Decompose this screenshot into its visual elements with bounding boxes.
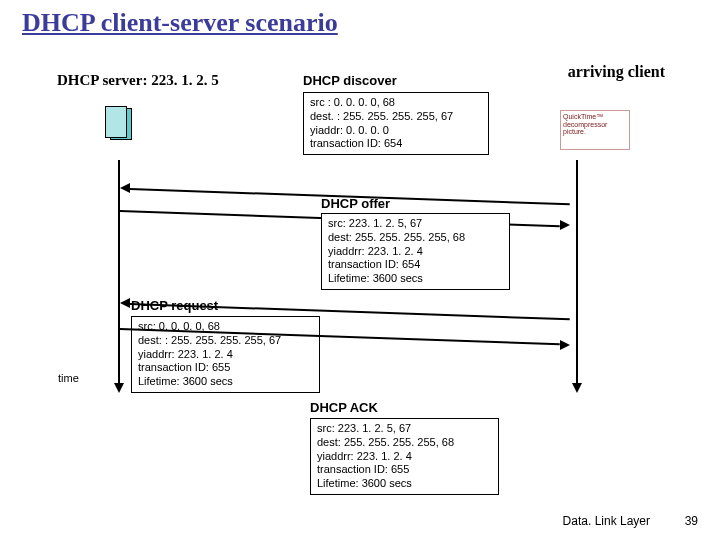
arrow-offer-head [560,220,570,230]
request-box: src: 0. 0. 0. 0, 68 dest: : 255. 255. 25… [131,316,320,393]
discover-box: src : 0. 0. 0. 0, 68 dest. : 255. 255. 2… [303,92,489,155]
timeline-client [576,160,578,385]
arrow-request-head [120,298,130,308]
arriving-client-label: arriving client [568,63,665,81]
discover-title: DHCP discover [303,73,397,88]
ack-title: DHCP ACK [310,400,378,415]
page-number: 39 [685,514,698,528]
ack-box: src: 223. 1. 2. 5, 67 dest: 255. 255. 25… [310,418,499,495]
server-icon [110,108,132,140]
timeline-client-arrowhead [572,383,582,393]
timeline-server-arrowhead [114,383,124,393]
client-icon: QuickTime™ decompressor picture. [560,110,630,150]
timeline-server [118,160,120,385]
request-title: DHCP request [131,298,218,313]
arrow-ack-head [560,340,570,350]
time-axis-label: time [58,372,79,384]
slide-title: DHCP client-server scenario [22,8,338,38]
arrow-discover-head [120,183,130,193]
offer-title: DHCP offer [321,196,390,211]
offer-box: src: 223. 1. 2. 5, 67 dest: 255. 255. 25… [321,213,510,290]
dhcp-server-label: DHCP server: 223. 1. 2. 5 [57,72,219,89]
footer-label: Data. Link Layer [563,514,650,528]
